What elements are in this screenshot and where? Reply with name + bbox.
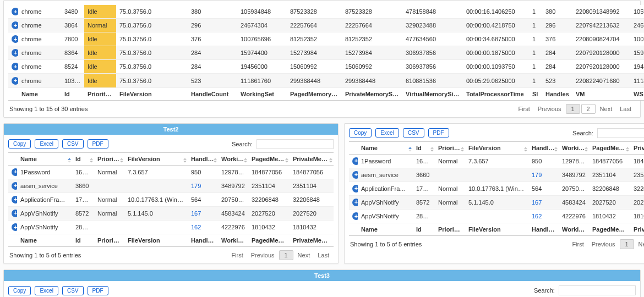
toolbar: Copy Excel CSV PDF Search: <box>8 139 334 149</box>
pager-prev[interactable]: Previous <box>534 105 565 113</box>
pager-page-1[interactable]: 1 <box>566 104 580 114</box>
table-test2-left: Name Id PriorityClass FileVersion Handle… <box>8 152 334 247</box>
table-row[interactable]: 1Password16904Normal7.3.6579501297899521… <box>349 154 644 168</box>
expand-icon[interactable] <box>12 21 18 29</box>
expand-icon[interactable] <box>352 157 358 165</box>
col-handles: Handles <box>542 87 572 100</box>
expand-icon[interactable] <box>352 171 358 179</box>
expand-icon[interactable] <box>352 185 358 193</box>
pager-page-1[interactable]: 1 <box>279 250 293 260</box>
col-tpt: TotalProcessorTime <box>463 87 529 100</box>
pager-page-1[interactable]: 1 <box>620 239 634 249</box>
col-privmem: PrivateMemorySize <box>342 87 402 100</box>
col-vm: VM <box>572 87 630 100</box>
col-si: SI <box>529 87 542 100</box>
excel-button[interactable]: Excel <box>375 128 399 138</box>
excel-button[interactable]: Excel <box>35 139 58 148</box>
table-info: Showing 1 to 5 of 5 entries <box>9 252 81 258</box>
table-row[interactable]: chrome8524Idle75.0.3756.0284194560001506… <box>8 60 644 74</box>
expand-icon[interactable] <box>12 210 17 217</box>
pdf-button[interactable]: PDF <box>88 139 108 148</box>
expand-icon[interactable] <box>12 35 18 43</box>
expand-icon[interactable] <box>352 199 358 206</box>
table-row[interactable]: chrome3480Idle75.0.3756.0380105934848875… <box>8 5 644 19</box>
col-handlecount[interactable]: HandleCount <box>528 141 559 154</box>
pager-page-2[interactable]: 2 <box>581 104 596 114</box>
expand-icon[interactable] <box>352 212 358 220</box>
table-row[interactable]: AppVShNotify8572Normal5.1.145.0167458342… <box>8 206 334 220</box>
table-row[interactable]: aesm_service3660179348979223511042351104 <box>349 168 644 182</box>
pager: First Previous 1 2 Next Last <box>515 104 635 114</box>
col-fileversion[interactable]: FileVersion <box>465 141 528 154</box>
col-workingset[interactable]: WorkingSet <box>218 152 248 165</box>
pager-next[interactable]: Next <box>635 240 644 249</box>
expand-icon[interactable] <box>12 223 17 231</box>
pdf-button[interactable]: PDF <box>428 128 449 138</box>
pager-first[interactable]: First <box>228 251 246 260</box>
panel-test2-right: Copy Excel CSV PDF Search: Name Id Prior… <box>344 123 644 264</box>
col-fileversion[interactable]: FileVersion <box>124 152 188 165</box>
pager-last[interactable]: Last <box>616 105 635 113</box>
table-row[interactable]: ApplicationFrameHost17960Normal10.0.1776… <box>349 182 644 195</box>
csv-button[interactable]: CSV <box>62 286 84 295</box>
search-input[interactable] <box>559 285 636 295</box>
csv-button[interactable]: CSV <box>62 139 84 148</box>
table-row[interactable]: chrome7800Idle75.0.3756.0376100765696812… <box>8 32 644 46</box>
pager-prev[interactable]: Previous <box>248 251 278 260</box>
table-top-footer: Showing 1 to 15 of 30 entries First Prev… <box>8 101 636 115</box>
table-row[interactable]: chrome8364Idle75.0.3756.0284159744001527… <box>8 46 644 60</box>
table-row[interactable]: ApplicationFrameHost17960Normal10.0.1776… <box>8 193 334 206</box>
table-row[interactable]: AppVShNotify8572Normal5.1.145.0167458342… <box>349 195 644 209</box>
col-fileversion: FileVersion <box>116 87 188 100</box>
table-test2-right: Name Id PriorityClass FileVersion Handle… <box>349 141 644 236</box>
col-privmem[interactable]: PrivateMemorySize <box>290 152 334 165</box>
panel-title: Test2 <box>4 124 338 135</box>
col-workingset[interactable]: WorkingSet <box>559 141 589 154</box>
excel-button[interactable]: Excel <box>35 286 58 295</box>
table-row[interactable]: aesm_service3660179348979223511042351104 <box>8 179 334 193</box>
col-pagedmem[interactable]: PagedMemorySize <box>248 152 290 165</box>
col-handlecount: HandleCount <box>188 87 237 100</box>
pager-prev[interactable]: Previous <box>588 240 619 249</box>
pager-first[interactable]: First <box>515 105 533 113</box>
table-footer-row: Name Id PriorityClass FileVersion Handle… <box>8 87 644 100</box>
col-name[interactable]: Name <box>17 152 72 165</box>
copy-button[interactable]: Copy <box>8 139 31 148</box>
expand-icon[interactable] <box>12 77 18 85</box>
col-pagedmem[interactable]: PagedMemorySize <box>589 141 630 154</box>
col-id[interactable]: Id <box>413 141 435 154</box>
col-name[interactable]: Name <box>358 141 413 154</box>
pdf-button[interactable]: PDF <box>88 286 108 295</box>
expand-icon[interactable] <box>12 196 17 204</box>
expand-icon[interactable] <box>12 168 17 176</box>
expand-icon[interactable] <box>12 8 18 15</box>
pager-last[interactable]: Last <box>314 251 332 260</box>
table-row[interactable]: chrome3864Normal75.0.3756.02962467430422… <box>8 19 644 32</box>
col-priority[interactable]: PriorityClass <box>94 152 124 165</box>
search-input[interactable] <box>597 128 644 138</box>
copy-button[interactable]: Copy <box>349 128 372 138</box>
table-row[interactable]: 1Password16904Normal7.3.6579501297899521… <box>8 165 334 179</box>
expand-icon[interactable] <box>12 49 18 57</box>
table-row[interactable]: chrome10356Idle75.0.3756.052311186176029… <box>8 74 644 87</box>
csv-button[interactable]: CSV <box>403 128 424 138</box>
search-input[interactable] <box>256 139 334 149</box>
table-row[interactable]: AppVShNotify2801216242229761810432181043… <box>349 209 644 223</box>
pager-next[interactable]: Next <box>597 105 616 113</box>
col-id: Id <box>61 87 84 100</box>
search-label: Search: <box>232 141 253 147</box>
col-virtmem: VirtualMemorySize <box>402 87 463 100</box>
col-priority[interactable]: PriorityClass <box>435 141 465 154</box>
col-privmem[interactable]: PrivateMemorySize <box>630 141 644 154</box>
expand-icon[interactable] <box>12 182 17 190</box>
search-label: Search: <box>534 287 555 294</box>
pager-next[interactable]: Next <box>294 251 314 260</box>
search-label: Search: <box>572 130 593 136</box>
pager-first[interactable]: First <box>569 240 587 249</box>
col-handlecount[interactable]: HandleCount <box>188 152 218 165</box>
col-id[interactable]: Id <box>72 152 94 165</box>
expand-icon[interactable] <box>12 63 18 70</box>
table-row[interactable]: AppVShNotify2801216242229761810432181043… <box>8 220 334 234</box>
col-ws: WS <box>630 87 644 100</box>
copy-button[interactable]: Copy <box>8 286 31 295</box>
